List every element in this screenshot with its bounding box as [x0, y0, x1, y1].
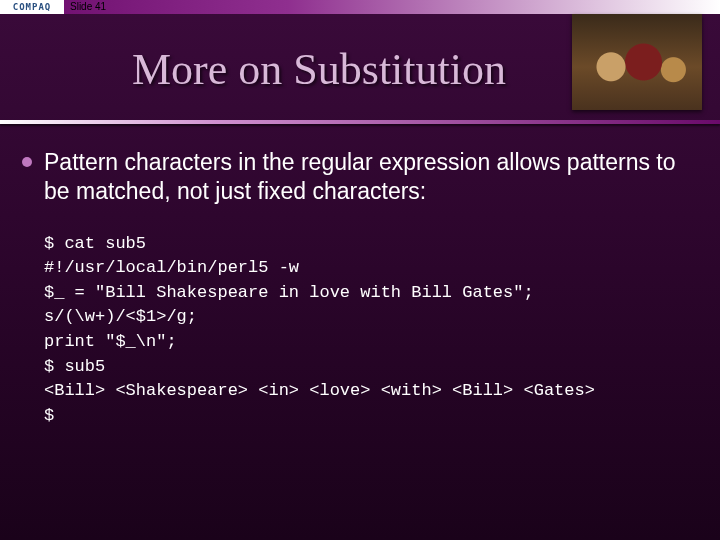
decorative-painting — [572, 14, 702, 110]
bullet-dot-icon — [22, 157, 32, 167]
brand-logo: COMPAQ — [0, 0, 64, 14]
bullet-text: Pattern characters in the regular expres… — [44, 148, 698, 206]
bullet-item: Pattern characters in the regular expres… — [22, 148, 698, 206]
slide-body: Pattern characters in the regular expres… — [22, 148, 698, 429]
slide-title: More on Substitution — [132, 44, 506, 95]
top-gradient-bar — [0, 0, 720, 14]
title-underline — [0, 120, 720, 124]
code-block: $ cat sub5 #!/usr/local/bin/perl5 -w $_ … — [44, 232, 698, 429]
slide-number: Slide 41 — [70, 0, 106, 14]
